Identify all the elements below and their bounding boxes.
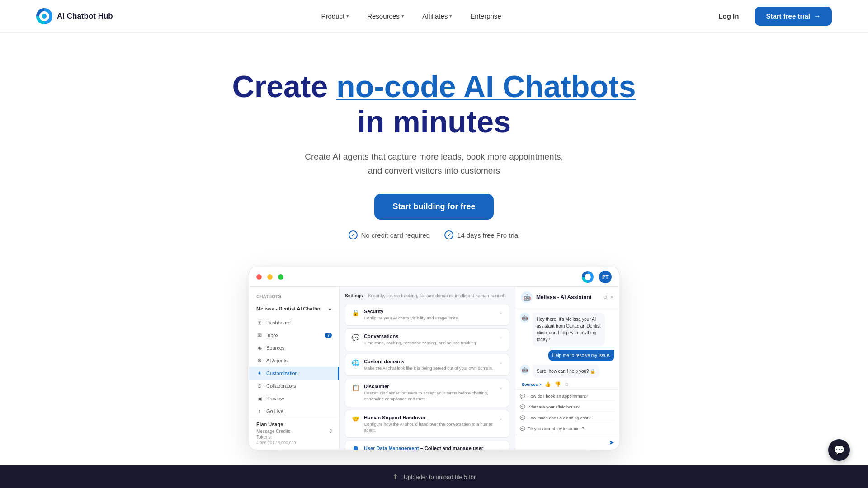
- thumbs-down-icon[interactable]: 👎: [555, 381, 561, 387]
- close-icon[interactable]: ×: [610, 294, 613, 300]
- settings-header: Settings – Security, source tracking, cu…: [345, 292, 509, 299]
- sidebar-item-collaborators[interactable]: ⊙ Collaborators: [249, 380, 339, 392]
- collaborators-icon: ⊙: [256, 383, 263, 389]
- chat-sources-row: Sources > 👍 👎 ⧉: [520, 381, 614, 387]
- hero-badges: ✓ No credit card required ✓ 14 days free…: [349, 230, 520, 239]
- chat-message-user-1: Help me to resolve my issue.: [520, 350, 614, 361]
- inbox-icon: ✉: [256, 332, 263, 338]
- chevron-icon: ⌄: [499, 310, 503, 314]
- cta-button[interactable]: Start building for free: [374, 194, 493, 220]
- conversations-icon: 💬: [352, 334, 359, 341]
- disclaimer-icon: 📋: [352, 384, 359, 391]
- window-maximize-dot: [278, 274, 283, 280]
- hero-subtitle: Create AI agents that capture more leads…: [298, 150, 570, 178]
- sidebar-item-preview[interactable]: ▣ Preview: [249, 392, 339, 405]
- nav-enterprise[interactable]: Enterprise: [463, 9, 508, 23]
- nav-affiliates[interactable]: Affiliates ▾: [415, 9, 459, 23]
- suggestion-icon: 💬: [520, 426, 525, 431]
- chat-message-bot-1: 🤖 Hey there, it's Melissa your AI assist…: [520, 313, 614, 346]
- suggestion-icon: 💬: [520, 394, 525, 399]
- chat-body: 🤖 Hey there, it's Melissa your AI assist…: [515, 308, 619, 389]
- user-icon: 👤: [352, 446, 359, 450]
- navbar: AI Chatbot Hub Product ▾ Resources ▾ Aff…: [0, 0, 868, 33]
- sidebar-item-sources[interactable]: ◈ Sources: [249, 342, 339, 354]
- security-icon: 🔒: [352, 309, 359, 316]
- preview-sidebar: Chatbots Melissa - Dentist AI Chatbot ⌄ …: [249, 287, 340, 450]
- chat-header: 🤖 Melissa - AI Assistant ↺ ×: [515, 287, 619, 308]
- preview-chat-panel: 🤖 Melissa - AI Assistant ↺ × 🤖 Hey there…: [515, 287, 619, 450]
- chevron-icon: ⌄: [499, 385, 503, 389]
- chevron-down-icon: ▾: [449, 13, 452, 19]
- suggestion-icon: 💬: [520, 404, 525, 409]
- preview-avatar: PT: [599, 271, 612, 283]
- check-icon: ✓: [349, 230, 358, 239]
- start-trial-button[interactable]: Start free trial →: [755, 7, 832, 26]
- settings-human-handover[interactable]: 🤝 Human Support Handover Configure how t…: [345, 410, 509, 438]
- thumbs-up-icon[interactable]: 👍: [545, 381, 551, 387]
- brand-name: AI Chatbot Hub: [57, 12, 113, 21]
- window-minimize-dot: [267, 274, 273, 280]
- dashboard-icon: ⊞: [256, 319, 263, 326]
- nav-actions: Log In Start free trial →: [709, 7, 832, 26]
- suggestion-3[interactable]: 💬 How much does a cleaning cost?: [520, 413, 614, 422]
- nav-resources[interactable]: Resources ▾: [360, 9, 411, 23]
- preview-logo: [582, 271, 594, 283]
- settings-disclaimer[interactable]: 📋 Disclaimer Custom disclaimer for users…: [345, 379, 509, 407]
- suggestion-2[interactable]: 💬 What are your clinic hours?: [520, 403, 614, 412]
- upload-bar: ⬆ Uploader to unload file 5 for: [0, 465, 868, 486]
- suggestion-4[interactable]: 💬 Do you accept my insurance?: [520, 424, 614, 433]
- refresh-icon[interactable]: ↺: [603, 294, 608, 300]
- chat-suggestions: 💬 How do I book an appointment? 💬 What a…: [515, 389, 619, 435]
- badge-no-credit-card: ✓ No credit card required: [349, 230, 430, 239]
- suggestion-icon: 💬: [520, 415, 525, 420]
- sidebar-plan-usage: Plan Usage Message Credits: 8 Tokens: 4,…: [249, 418, 339, 449]
- chevron-down-icon: ▾: [401, 13, 404, 19]
- nav-links: Product ▾ Resources ▾ Affiliates ▾ Enter…: [314, 9, 508, 23]
- customization-icon: ✦: [256, 370, 263, 376]
- chevron-icon: ⌄: [499, 446, 503, 450]
- sidebar-chatbot-name: Melissa - Dentist AI Chatbot ⌄: [249, 303, 339, 314]
- bot-avatar: 🤖: [520, 313, 530, 323]
- settings-user-data[interactable]: 👤 User Data Management – Collect and man…: [345, 441, 509, 450]
- logo-icon: [36, 8, 52, 24]
- floating-chat-button[interactable]: 💬: [828, 439, 850, 461]
- settings-security[interactable]: 🔒 Security Configure your AI chat's visi…: [345, 304, 509, 326]
- bot-avatar-2: 🤖: [520, 365, 530, 375]
- sidebar-item-golive[interactable]: ↑ Go Live: [249, 405, 339, 418]
- arrow-icon: →: [814, 12, 821, 20]
- globe-icon: 🌐: [352, 359, 359, 366]
- ai-agents-icon: ⊕: [256, 357, 263, 364]
- preview-icon: ▣: [256, 395, 263, 402]
- settings-conversations[interactable]: 💬 Conversations Time zone, caching, resp…: [345, 328, 509, 351]
- nav-product[interactable]: Product ▾: [314, 9, 356, 23]
- chevron-icon: ⌄: [499, 416, 503, 421]
- chat-avatar: 🤖: [521, 291, 533, 303]
- chevron-down-icon: ▾: [346, 13, 349, 19]
- chat-message-bot-2: 🤖 Sure, how can I help you? 🔒: [520, 365, 614, 378]
- hero-section: Create no-code AI Chatbots in minutes Cr…: [0, 33, 868, 267]
- sidebar-item-dashboard[interactable]: ⊞ Dashboard: [249, 316, 339, 329]
- copy-icon[interactable]: ⧉: [565, 381, 568, 387]
- hero-title: Create no-code AI Chatbots in minutes: [232, 69, 636, 139]
- sidebar-item-customization[interactable]: ✦ Customization: [249, 367, 339, 380]
- send-icon[interactable]: ➤: [609, 439, 614, 446]
- preview-body: Chatbots Melissa - Dentist AI Chatbot ⌄ …: [249, 287, 619, 450]
- chevron-icon: ⌄: [499, 334, 503, 339]
- golive-icon: ↑: [256, 408, 263, 414]
- brand-logo[interactable]: AI Chatbot Hub: [36, 8, 113, 24]
- preview-container: PT Chatbots Melissa - Dentist AI Chatbot…: [0, 267, 868, 486]
- preview-main-content: Settings – Security, source tracking, cu…: [340, 287, 515, 450]
- handover-icon: 🤝: [352, 415, 359, 422]
- suggestion-1[interactable]: 💬 How do I book an appointment?: [520, 392, 614, 401]
- preview-topbar: PT: [249, 267, 619, 287]
- window-close-dot: [256, 274, 262, 280]
- sidebar-item-inbox[interactable]: ✉ Inbox 7: [249, 329, 339, 342]
- chat-footer: ➤: [515, 435, 619, 450]
- settings-custom-domains[interactable]: 🌐 Custom domains Make the AI chat look l…: [345, 354, 509, 376]
- sources-icon: ◈: [256, 345, 263, 351]
- chevron-icon: ⌄: [499, 360, 503, 365]
- dashboard-preview: PT Chatbots Melissa - Dentist AI Chatbot…: [249, 267, 619, 450]
- login-button[interactable]: Log In: [709, 8, 748, 24]
- check-icon: ✓: [444, 230, 453, 239]
- sidebar-item-ai-agents[interactable]: ⊕ AI Agents: [249, 354, 339, 367]
